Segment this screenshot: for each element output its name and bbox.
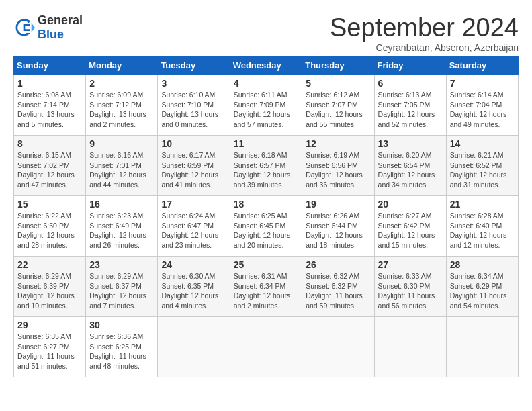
day-number: 29	[17, 320, 82, 330]
day-detail: Sunrise: 6:23 AM Sunset: 6:49 PM Dayligh…	[89, 211, 154, 250]
day-detail: Sunrise: 6:25 AM Sunset: 6:45 PM Dayligh…	[234, 211, 299, 250]
weekday-header-sunday: Sunday	[14, 56, 86, 75]
calendar-table: SundayMondayTuesdayWednesdayThursdayFrid…	[13, 56, 519, 377]
day-detail: Sunrise: 6:10 AM Sunset: 7:10 PM Dayligh…	[161, 90, 226, 130]
calendar-body: 1Sunrise: 6:08 AM Sunset: 7:14 PM Daylig…	[14, 75, 519, 377]
day-detail: Sunrise: 6:21 AM Sunset: 6:52 PM Dayligh…	[450, 150, 515, 190]
day-number: 19	[306, 199, 370, 210]
calendar-day-cell: 28Sunrise: 6:34 AM Sunset: 6:29 PM Dayli…	[446, 257, 518, 317]
day-detail: Sunrise: 6:19 AM Sunset: 6:56 PM Dayligh…	[306, 150, 370, 190]
calendar-day-cell: 2Sunrise: 6:09 AM Sunset: 7:12 PM Daylig…	[86, 75, 158, 136]
day-detail: Sunrise: 6:08 AM Sunset: 7:14 PM Dayligh…	[17, 90, 82, 130]
day-number: 13	[378, 138, 443, 149]
calendar-day-cell: 12Sunrise: 6:19 AM Sunset: 6:56 PM Dayli…	[302, 136, 374, 196]
calendar-header-row: SundayMondayTuesdayWednesdayThursdayFrid…	[14, 56, 519, 75]
day-number: 10	[161, 138, 226, 149]
day-detail: Sunrise: 6:11 AM Sunset: 7:09 PM Dayligh…	[234, 90, 299, 130]
day-number: 7	[450, 78, 515, 89]
calendar-week-row: 22Sunrise: 6:29 AM Sunset: 6:39 PM Dayli…	[14, 257, 519, 317]
calendar-day-cell: 24Sunrise: 6:30 AM Sunset: 6:35 PM Dayli…	[158, 257, 230, 317]
calendar-day-cell: 23Sunrise: 6:29 AM Sunset: 6:37 PM Dayli…	[86, 257, 158, 317]
calendar-day-cell	[302, 317, 374, 377]
calendar-day-cell: 14Sunrise: 6:21 AM Sunset: 6:52 PM Dayli…	[446, 136, 518, 196]
day-detail: Sunrise: 6:28 AM Sunset: 6:40 PM Dayligh…	[450, 211, 515, 250]
day-number: 14	[450, 138, 515, 149]
day-number: 23	[89, 259, 154, 270]
calendar-day-cell: 15Sunrise: 6:22 AM Sunset: 6:50 PM Dayli…	[14, 196, 86, 257]
weekday-header-friday: Friday	[374, 56, 446, 75]
weekday-header-thursday: Thursday	[302, 56, 374, 75]
calendar-day-cell: 10Sunrise: 6:17 AM Sunset: 6:59 PM Dayli…	[158, 136, 230, 196]
calendar-day-cell: 21Sunrise: 6:28 AM Sunset: 6:40 PM Dayli…	[446, 196, 518, 257]
day-detail: Sunrise: 6:27 AM Sunset: 6:42 PM Dayligh…	[378, 211, 443, 250]
day-detail: Sunrise: 6:18 AM Sunset: 6:57 PM Dayligh…	[234, 150, 299, 190]
day-number: 15	[17, 199, 82, 210]
calendar-day-cell	[230, 317, 302, 377]
calendar-week-row: 8Sunrise: 6:15 AM Sunset: 7:02 PM Daylig…	[14, 136, 519, 196]
day-number: 17	[161, 199, 226, 210]
calendar-day-cell: 26Sunrise: 6:32 AM Sunset: 6:32 PM Dayli…	[302, 257, 374, 317]
logo: General Blue	[13, 13, 83, 42]
page-header: General Blue September 2024 Ceyranbatan,…	[13, 13, 519, 53]
calendar-day-cell: 11Sunrise: 6:18 AM Sunset: 6:57 PM Dayli…	[230, 136, 302, 196]
day-number: 2	[89, 78, 154, 89]
day-detail: Sunrise: 6:30 AM Sunset: 6:35 PM Dayligh…	[161, 271, 226, 311]
calendar-day-cell: 29Sunrise: 6:35 AM Sunset: 6:27 PM Dayli…	[14, 317, 86, 377]
day-number: 5	[306, 78, 370, 89]
logo-text-blue: Blue	[38, 28, 64, 41]
day-number: 16	[89, 199, 154, 210]
day-number: 8	[17, 138, 82, 149]
calendar-day-cell: 20Sunrise: 6:27 AM Sunset: 6:42 PM Dayli…	[374, 196, 446, 257]
day-detail: Sunrise: 6:14 AM Sunset: 7:04 PM Dayligh…	[450, 90, 515, 130]
title-block: September 2024 Ceyranbatan, Abseron, Aze…	[330, 13, 519, 53]
weekday-header-monday: Monday	[86, 56, 158, 75]
logo-text-general: General	[38, 13, 83, 27]
calendar-day-cell: 27Sunrise: 6:33 AM Sunset: 6:30 PM Dayli…	[374, 257, 446, 317]
calendar-day-cell: 18Sunrise: 6:25 AM Sunset: 6:45 PM Dayli…	[230, 196, 302, 257]
calendar-day-cell: 22Sunrise: 6:29 AM Sunset: 6:39 PM Dayli…	[14, 257, 86, 317]
day-detail: Sunrise: 6:24 AM Sunset: 6:47 PM Dayligh…	[161, 211, 226, 250]
day-number: 3	[161, 78, 226, 89]
day-detail: Sunrise: 6:12 AM Sunset: 7:07 PM Dayligh…	[306, 90, 370, 130]
day-number: 25	[234, 259, 299, 270]
weekday-header-wednesday: Wednesday	[230, 56, 302, 75]
calendar-day-cell: 3Sunrise: 6:10 AM Sunset: 7:10 PM Daylig…	[158, 75, 230, 136]
day-detail: Sunrise: 6:33 AM Sunset: 6:30 PM Dayligh…	[378, 271, 443, 311]
day-detail: Sunrise: 6:17 AM Sunset: 6:59 PM Dayligh…	[161, 150, 226, 190]
calendar-day-cell: 1Sunrise: 6:08 AM Sunset: 7:14 PM Daylig…	[14, 75, 86, 136]
day-detail: Sunrise: 6:35 AM Sunset: 6:27 PM Dayligh…	[17, 332, 82, 371]
day-number: 28	[450, 259, 515, 270]
calendar-day-cell: 13Sunrise: 6:20 AM Sunset: 6:54 PM Dayli…	[374, 136, 446, 196]
calendar-day-cell	[446, 317, 518, 377]
month-title: September 2024	[330, 13, 519, 42]
calendar-day-cell	[374, 317, 446, 377]
day-detail: Sunrise: 6:20 AM Sunset: 6:54 PM Dayligh…	[378, 150, 443, 190]
day-number: 9	[89, 138, 154, 149]
day-detail: Sunrise: 6:22 AM Sunset: 6:50 PM Dayligh…	[17, 211, 82, 250]
day-detail: Sunrise: 6:26 AM Sunset: 6:44 PM Dayligh…	[306, 211, 370, 250]
day-number: 24	[161, 259, 226, 270]
calendar-day-cell: 25Sunrise: 6:31 AM Sunset: 6:34 PM Dayli…	[230, 257, 302, 317]
day-detail: Sunrise: 6:16 AM Sunset: 7:01 PM Dayligh…	[89, 150, 154, 190]
day-number: 27	[378, 259, 443, 270]
day-number: 11	[234, 138, 299, 149]
day-number: 1	[17, 78, 82, 89]
day-number: 20	[378, 199, 443, 210]
day-detail: Sunrise: 6:32 AM Sunset: 6:32 PM Dayligh…	[306, 271, 370, 311]
day-detail: Sunrise: 6:09 AM Sunset: 7:12 PM Dayligh…	[89, 90, 154, 130]
day-number: 12	[306, 138, 370, 149]
calendar-week-row: 15Sunrise: 6:22 AM Sunset: 6:50 PM Dayli…	[14, 196, 519, 257]
calendar-day-cell: 30Sunrise: 6:36 AM Sunset: 6:25 PM Dayli…	[86, 317, 158, 377]
weekday-header-tuesday: Tuesday	[158, 56, 230, 75]
weekday-header-saturday: Saturday	[446, 56, 518, 75]
calendar-day-cell: 8Sunrise: 6:15 AM Sunset: 7:02 PM Daylig…	[14, 136, 86, 196]
calendar-day-cell: 16Sunrise: 6:23 AM Sunset: 6:49 PM Dayli…	[86, 196, 158, 257]
calendar-day-cell: 9Sunrise: 6:16 AM Sunset: 7:01 PM Daylig…	[86, 136, 158, 196]
location-subtitle: Ceyranbatan, Abseron, Azerbaijan	[330, 42, 519, 53]
calendar-day-cell: 4Sunrise: 6:11 AM Sunset: 7:09 PM Daylig…	[230, 75, 302, 136]
calendar-day-cell: 17Sunrise: 6:24 AM Sunset: 6:47 PM Dayli…	[158, 196, 230, 257]
day-detail: Sunrise: 6:34 AM Sunset: 6:29 PM Dayligh…	[450, 271, 515, 311]
day-number: 6	[378, 78, 443, 89]
calendar-day-cell: 19Sunrise: 6:26 AM Sunset: 6:44 PM Dayli…	[302, 196, 374, 257]
calendar-week-row: 1Sunrise: 6:08 AM Sunset: 7:14 PM Daylig…	[14, 75, 519, 136]
